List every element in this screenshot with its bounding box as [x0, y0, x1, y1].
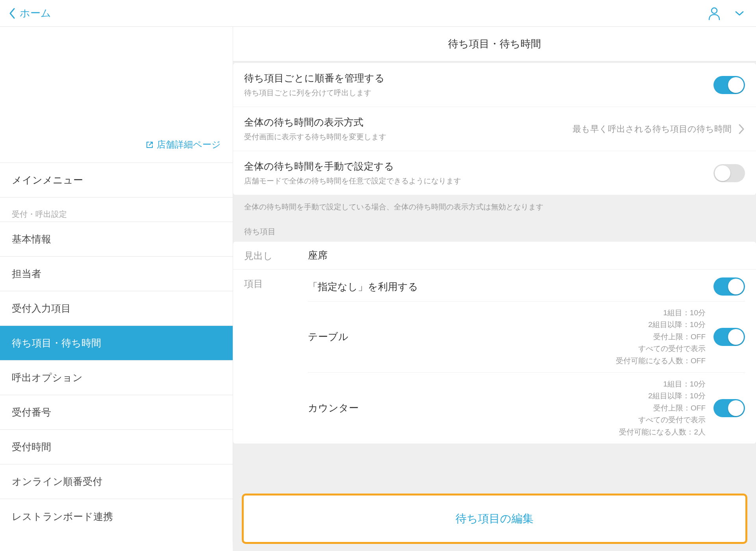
- setting-display-method[interactable]: 全体の待ち時間の表示方式 受付画面に表示する待ち時間を変更します 最も早く呼出さ…: [233, 107, 756, 151]
- wait-item-row: カウンター 1組目：10分 2組目以降：10分 受付上限：OFF すべての受付で…: [308, 373, 745, 444]
- back-label: ホーム: [20, 6, 51, 20]
- sidebar-item-call-options[interactable]: 呼出オプション: [0, 361, 233, 395]
- sidebar-item-staff[interactable]: 担当者: [0, 257, 233, 291]
- sidebar-item-input-fields[interactable]: 受付入力項目: [0, 291, 233, 326]
- sidebar-section-label: 受付・呼出設定: [0, 198, 233, 222]
- settings-note: 全体の待ち時間を手動で設定している場合、全体の待ち時間の表示方式は無効となります: [233, 195, 756, 222]
- wait-item-details: 1組目：10分 2組目以降：10分 受付上限：OFF すべての受付で表示 受付可…: [616, 307, 706, 367]
- edit-button-label: 待ち項目の編集: [456, 511, 534, 526]
- setting-value: 最も早く呼出される待ち項目の待ち時間: [573, 123, 732, 135]
- setting-manage-per-item: 待ち項目ごとに順番を管理する 待ち項目ごとに列を分けて呼出します: [233, 63, 756, 107]
- setting-sub: 待ち項目ごとに列を分けて呼出します: [244, 88, 713, 98]
- svg-point-0: [712, 8, 717, 13]
- heading-value: 座席: [308, 249, 745, 262]
- main-menu-heading[interactable]: メインメニュー: [0, 163, 233, 198]
- toggle-manual-wait[interactable]: [713, 164, 745, 182]
- back-button[interactable]: ホーム: [9, 6, 51, 20]
- sidebar-fade: [0, 541, 233, 551]
- sidebar-item-board-link[interactable]: レストランボード連携: [0, 499, 233, 534]
- edit-wait-items-button[interactable]: 待ち項目の編集: [242, 494, 747, 544]
- item-label: 項目: [244, 277, 308, 290]
- toggle-manage-per-item[interactable]: [713, 76, 745, 94]
- unspecified-label: 「指定なし」を利用する: [308, 280, 418, 293]
- shop-block: 店舗詳細ページ: [0, 27, 233, 163]
- items-row: 項目 「指定なし」を利用する テーブル 1組目：10分 2組目以降：10分 受付…: [233, 270, 756, 444]
- shop-detail-label: 店舗詳細ページ: [157, 139, 221, 151]
- sidebar: 店舗詳細ページ メインメニュー 受付・呼出設定 基本情報 担当者 受付入力項目 …: [0, 27, 233, 551]
- settings-card: 待ち項目ごとに順番を管理する 待ち項目ごとに列を分けて呼出します 全体の待ち時間…: [233, 63, 756, 195]
- heading-row: 見出し 座席: [233, 242, 756, 270]
- sidebar-item-wait-items[interactable]: 待ち項目・待ち時間: [0, 326, 233, 361]
- setting-title: 全体の待ち時間の表示方式: [244, 116, 573, 129]
- wait-items-card: 見出し 座席 項目 「指定なし」を利用する テーブル 1組目：10分: [233, 242, 756, 444]
- chevron-right-icon: [738, 124, 745, 135]
- external-link-icon: [146, 141, 154, 149]
- unspecified-option-row: 「指定なし」を利用する: [308, 277, 745, 301]
- wait-item-details: 1組目：10分 2組目以降：10分 受付上限：OFF すべての受付で表示 受付可…: [619, 378, 706, 438]
- toggle-wait-item-counter[interactable]: [713, 399, 745, 417]
- setting-title: 待ち項目ごとに順番を管理する: [244, 72, 713, 85]
- setting-sub: 店舗モードで全体の待ち時間を任意で設定できるようになります: [244, 176, 713, 186]
- shop-detail-link[interactable]: 店舗詳細ページ: [146, 139, 221, 151]
- topbar-right: [708, 7, 744, 20]
- setting-manual-wait: 全体の待ち時間を手動で設定する 店舗モードで全体の待ち時間を任意で設定できるよう…: [233, 151, 756, 195]
- user-icon[interactable]: [708, 7, 721, 20]
- setting-value-group: 最も早く呼出される待ち項目の待ち時間: [573, 123, 745, 135]
- topbar: ホーム: [0, 0, 756, 27]
- page-title: 待ち項目・待ち時間: [233, 27, 756, 61]
- toggle-unspecified[interactable]: [713, 277, 745, 296]
- setting-sub: 受付画面に表示する待ち時間を変更します: [244, 132, 573, 142]
- heading-label: 見出し: [244, 249, 308, 262]
- sidebar-item-online-queue[interactable]: オンライン順番受付: [0, 464, 233, 499]
- wait-item-row: テーブル 1組目：10分 2組目以降：10分 受付上限：OFF すべての受付で表…: [308, 301, 745, 373]
- wait-item-name: カウンター: [308, 401, 359, 414]
- main-layout: 店舗詳細ページ メインメニュー 受付・呼出設定 基本情報 担当者 受付入力項目 …: [0, 27, 756, 551]
- wait-items-section-label: 待ち項目: [233, 222, 756, 241]
- toggle-wait-item-table[interactable]: [713, 328, 745, 346]
- wait-item-name: テーブル: [308, 330, 348, 343]
- sidebar-item-basic-info[interactable]: 基本情報: [0, 222, 233, 257]
- setting-title: 全体の待ち時間を手動で設定する: [244, 160, 713, 173]
- chevron-down-icon[interactable]: [735, 11, 744, 16]
- sidebar-item-reception-number[interactable]: 受付番号: [0, 395, 233, 430]
- content: 待ち項目・待ち時間 待ち項目ごとに順番を管理する 待ち項目ごとに列を分けて呼出し…: [233, 27, 756, 551]
- sidebar-item-reception-time[interactable]: 受付時間: [0, 430, 233, 464]
- chevron-left-icon: [9, 7, 16, 19]
